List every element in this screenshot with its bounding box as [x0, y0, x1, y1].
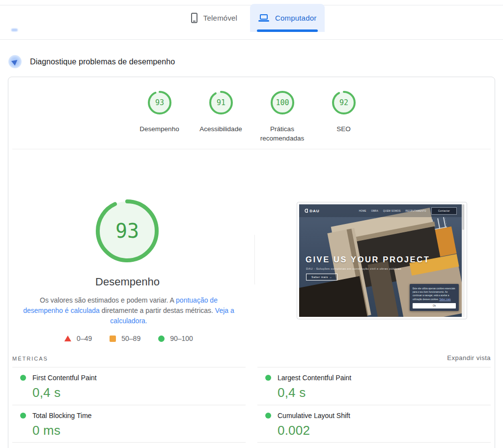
site-logo: DDAU: [304, 208, 320, 214]
phone-icon: [191, 13, 197, 23]
performance-gauge: 93: [148, 91, 171, 116]
legend-fail: 0–49: [64, 335, 92, 342]
score-disclaimer: Os valores são estimados e podem variar.…: [23, 295, 234, 326]
disclaimer-text-2: diretamente a partir destas métricas.: [100, 307, 215, 314]
green-dot-icon: [20, 375, 26, 381]
metric-lcp-value: 0,4 s: [278, 385, 491, 400]
cookie-ok-button: Ok: [413, 303, 456, 308]
score-seo-label: SEO: [336, 124, 351, 134]
svg-text:93: 93: [115, 220, 139, 242]
metrics-grid: First Contentful Paint 0,4 s Largest Con…: [12, 367, 491, 443]
site-navbar: DDAU HOME OBRA QUEM SOMOS RECRUTAMENTO C…: [299, 204, 462, 217]
site-headline: GIVE US YOUR PROJECT: [306, 255, 430, 264]
score-accessibility[interactable]: 91 Acessibilidade: [190, 91, 252, 143]
metric-cls: Cumulative Layout Shift 0.002: [257, 405, 491, 443]
expand-view-link[interactable]: Expandir vista: [447, 354, 491, 362]
site-cta-button: Saber mais →: [306, 274, 337, 280]
section-title: Diagnostique problemas de desempenho: [30, 57, 175, 66]
seo-gauge: 92: [332, 91, 356, 116]
metric-tbt-name: Total Blocking Time: [32, 412, 92, 420]
green-dot-icon: [20, 413, 26, 419]
orange-square-icon: [110, 336, 116, 342]
device-tabstrip: Telemóvel Computador: [0, 4, 503, 32]
disclaimer-text-1: Os valores são estimados e podem variar.…: [40, 296, 176, 304]
big-gauge-ring: 93: [96, 255, 159, 264]
category-scores-row: 93 Desempenho 91 Acessibilidade 100 Prát…: [8, 91, 495, 143]
performance-big-gauge[interactable]: 93: [96, 199, 159, 262]
site-nav-item: OBRA: [371, 210, 378, 212]
metric-lcp: Largest Contentful Paint 0,4 s: [257, 367, 491, 405]
score-legend: 0–49 50–89 90–100: [23, 335, 234, 342]
metric-cls-value: 0.002: [278, 423, 491, 438]
site-logo-icon: D: [304, 208, 308, 214]
red-triangle-icon: [64, 336, 71, 341]
site-nav-item: RECRUTAMENTO: [406, 210, 426, 212]
card-divider: [12, 149, 491, 149]
score-performance-label: Desempenho: [140, 124, 179, 134]
metrics-title: MÉTRICAS: [12, 356, 48, 362]
tab-desktop[interactable]: Computador: [250, 4, 325, 32]
metric-fcp: First Contentful Paint 0,4 s: [12, 367, 246, 405]
green-dot-icon: [265, 413, 271, 419]
score-best-practices-label: Práticas recomendadas: [255, 124, 309, 143]
site-logo-text: DAU: [309, 209, 319, 213]
metric-lcp-name: Largest Contentful Paint: [278, 374, 351, 382]
site-nav-links: HOME OBRA QUEM SOMOS RECRUTAMENTO: [359, 210, 426, 212]
svg-text:91: 91: [216, 98, 225, 107]
metrics-header-row: MÉTRICAS Expandir vista: [12, 354, 491, 362]
score-performance[interactable]: 93 Desempenho: [129, 91, 190, 143]
laptop-icon: [258, 14, 269, 22]
cookie-text: Este site utiliza apenas cookies essenci…: [413, 287, 456, 301]
svg-text:100: 100: [276, 98, 289, 107]
site-nav-item: HOME: [359, 210, 366, 212]
screenshot-scrollbar: [462, 204, 465, 317]
final-screenshot-thumbnail[interactable]: DDAU HOME OBRA QUEM SOMOS RECRUTAMENTO C…: [297, 202, 467, 319]
accessibility-gauge: 91: [209, 91, 233, 116]
green-circle-icon: [158, 336, 165, 342]
legend-pass: 90–100: [158, 335, 193, 342]
metric-tbt-value: 0 ms: [32, 423, 246, 438]
svg-text:92: 92: [339, 98, 348, 107]
metric-fcp-value: 0,4 s: [32, 385, 246, 400]
report-card: 93 Desempenho 91 Acessibilidade 100 Prát…: [8, 77, 495, 448]
lighthouse-gauge-icon: [8, 55, 22, 68]
section-heading: Diagnostique problemas de desempenho: [8, 55, 175, 68]
tab-mobile-label: Telemóvel: [203, 14, 237, 22]
legend-fail-range: 0–49: [77, 335, 92, 342]
column-divider: [254, 235, 255, 284]
metric-cls-name: Cumulative Layout Shift: [278, 412, 350, 420]
cookie-saber-mais-link: Saber mais: [439, 298, 450, 301]
svg-text:93: 93: [155, 98, 164, 107]
tabstrip-bottom-divider: [0, 39, 503, 40]
site-nav-item: QUEM SOMOS: [383, 210, 401, 212]
metric-tbt: Total Blocking Time 0 ms: [12, 405, 246, 443]
pagespeed-insights-page: Telemóvel Computador Diagnostique proble…: [0, 0, 503, 448]
screenshot-scrollbar-thumb: [462, 204, 464, 230]
site-contact-button: Contactar: [431, 207, 457, 215]
cookie-banner: Este site utiliza apenas cookies essenci…: [410, 284, 459, 311]
legend-average-range: 50–89: [121, 335, 140, 342]
score-seo[interactable]: 92 SEO: [313, 91, 374, 143]
big-gauge-label: Desempenho: [23, 276, 232, 288]
active-tab-underline: [257, 29, 318, 32]
best-practices-gauge: 100: [271, 91, 294, 116]
tab-desktop-label: Computador: [275, 14, 317, 22]
score-best-practices[interactable]: 100 Práticas recomendadas: [252, 91, 313, 143]
legend-pass-range: 90–100: [170, 335, 193, 342]
foreground-shadow: [299, 276, 368, 317]
score-accessibility-label: Acessibilidade: [199, 124, 242, 134]
green-dot-icon: [265, 375, 271, 381]
site-subtitle: DAU - Soluções completas em construção c…: [306, 267, 401, 270]
screenshot-image: DDAU HOME OBRA QUEM SOMOS RECRUTAMENTO C…: [299, 204, 465, 317]
tab-mobile[interactable]: Telemóvel: [178, 4, 250, 32]
legend-average: 50–89: [110, 335, 140, 342]
metric-fcp-name: First Contentful Paint: [32, 374, 97, 382]
